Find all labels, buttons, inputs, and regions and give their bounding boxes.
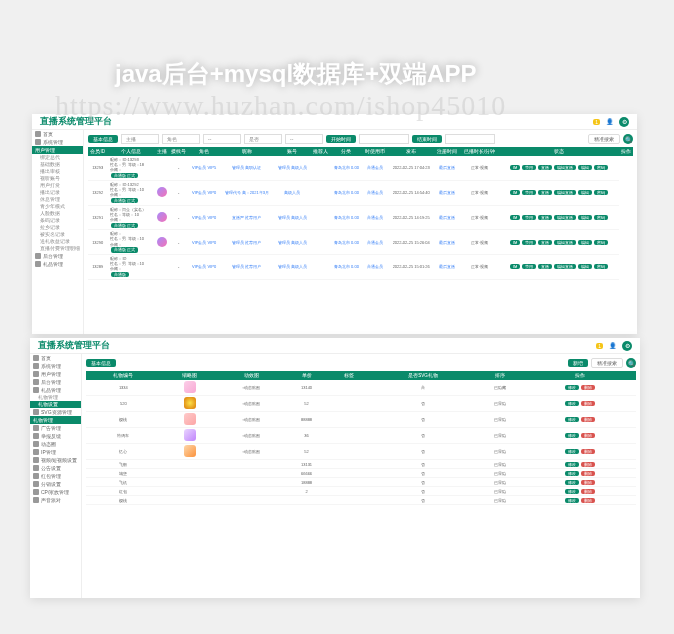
opt2-select[interactable]: -- bbox=[203, 134, 241, 144]
action-btn[interactable]: 修改 bbox=[565, 449, 579, 454]
sidebar-item[interactable]: 红包管理 bbox=[30, 472, 81, 480]
bool-select[interactable]: 是否 bbox=[244, 134, 282, 144]
sidebar-item[interactable]: SVG资源管理 bbox=[30, 408, 81, 416]
cell-nick[interactable]: VIP会员 VIP0 bbox=[189, 230, 220, 255]
cell-rec[interactable]: 管理员 高级人员 bbox=[274, 230, 311, 255]
cell-acc[interactable]: 管理代号 高：2021年3月 bbox=[220, 180, 274, 205]
sidebar-subitem-active[interactable]: 礼物设置 bbox=[30, 401, 81, 408]
cell-coin[interactable]: 青岛北市 0.00 bbox=[331, 255, 363, 280]
action-btn[interactable]: 编辑 bbox=[578, 240, 592, 245]
sidebar-item[interactable]: 礼品管理 bbox=[32, 260, 83, 268]
cell-nick[interactable]: VIP会员 VIP0 bbox=[189, 255, 220, 280]
settings-icon[interactable]: ⚙ bbox=[619, 117, 629, 127]
cell-coin[interactable]: 青岛北市 0.00 bbox=[331, 156, 363, 180]
sidebar-item-active[interactable]: 用户管理 bbox=[32, 146, 83, 154]
search-icon[interactable]: 🔍 bbox=[623, 134, 633, 144]
opt4-select[interactable]: -- bbox=[285, 134, 323, 144]
action-btn[interactable]: 密码 bbox=[594, 165, 608, 170]
cell-dur[interactable]: 最后直播 bbox=[434, 180, 460, 205]
action-btn[interactable]: 修改 bbox=[565, 385, 579, 390]
notification-badge[interactable]: 1 bbox=[593, 119, 600, 125]
cell-dur[interactable]: 最后直播 bbox=[434, 156, 460, 180]
basic-info-tab[interactable]: 基本信息 bbox=[88, 135, 118, 143]
action-btn[interactable]: 删除 bbox=[581, 449, 595, 454]
cell-acc[interactable]: 管理员 推荐用户 bbox=[220, 230, 274, 255]
action-btn[interactable]: 禁用 bbox=[522, 165, 536, 170]
action-btn[interactable]: 禁用 bbox=[522, 240, 536, 245]
user-icon[interactable]: 👤 bbox=[606, 118, 613, 125]
action-btn[interactable]: 删除 bbox=[581, 480, 595, 485]
cell-acc[interactable]: 管理员 高职认证 bbox=[220, 156, 274, 180]
action-btn[interactable]: 编辑直播 bbox=[554, 165, 576, 170]
cell-nick[interactable]: VIP会员 VIP0 bbox=[189, 180, 220, 205]
action-btn[interactable]: 修改 bbox=[565, 417, 579, 422]
action-btn[interactable]: 修改 bbox=[565, 480, 579, 485]
action-btn[interactable]: 修改 bbox=[565, 433, 579, 438]
action-btn[interactable]: 修改 bbox=[565, 498, 579, 503]
action-btn[interactable]: 直播 bbox=[538, 190, 552, 195]
sidebar-item[interactable]: 用户管理 bbox=[30, 370, 81, 378]
cell-acc[interactable]: 直播严 推荐用户 bbox=[220, 205, 274, 230]
settings-icon[interactable]: ⚙ bbox=[622, 341, 632, 351]
cell-coin[interactable]: 青岛北市 0.00 bbox=[331, 180, 363, 205]
sidebar-subitem[interactable]: 送礼收益记录 bbox=[32, 238, 83, 245]
add-btn[interactable]: 新增 bbox=[568, 359, 588, 367]
sidebar-item[interactable]: 首页 bbox=[32, 130, 83, 138]
sidebar-item[interactable]: 广告管理 bbox=[30, 424, 81, 432]
cell-nick[interactable]: VIP会员 VIP0 bbox=[189, 205, 220, 230]
action-btn[interactable]: 删除 bbox=[581, 401, 595, 406]
action-btn[interactable]: 禁用 bbox=[522, 215, 536, 220]
action-btn[interactable]: 修改 bbox=[565, 471, 579, 476]
cell-coin[interactable]: 青岛北市 0.00 bbox=[331, 205, 363, 230]
action-btn[interactable]: 直播 bbox=[538, 215, 552, 220]
clear-btn[interactable]: 精准搜索 bbox=[591, 358, 623, 368]
action-btn[interactable]: 禁用 bbox=[522, 190, 536, 195]
sidebar-item[interactable]: IP管理 bbox=[30, 448, 81, 456]
cell-dur[interactable]: 最后直播 bbox=[434, 205, 460, 230]
action-btn[interactable]: IM bbox=[510, 165, 520, 170]
notification-badge[interactable]: 1 bbox=[596, 343, 603, 349]
start-time-input[interactable] bbox=[359, 134, 409, 144]
sidebar-item[interactable]: CP/家族管理 bbox=[30, 488, 81, 496]
sidebar-item[interactable]: 后台管理 bbox=[32, 252, 83, 260]
user-icon[interactable]: 👤 bbox=[609, 342, 616, 349]
sidebar-subitem[interactable]: 视听账号 bbox=[32, 175, 83, 182]
sidebar-subitem[interactable]: 人脸数据 bbox=[32, 210, 83, 217]
action-btn[interactable]: IM bbox=[510, 240, 520, 245]
basic-info-tab[interactable]: 基本信息 bbox=[86, 359, 116, 367]
action-btn[interactable]: 删除 bbox=[581, 471, 595, 476]
sidebar-item[interactable]: 动态圈 bbox=[30, 440, 81, 448]
action-btn[interactable]: 密码 bbox=[594, 264, 608, 269]
search-icon[interactable]: 🔍 bbox=[626, 358, 636, 368]
action-btn[interactable]: 密码 bbox=[594, 190, 608, 195]
sidebar-subitem[interactable]: 播出审核 bbox=[32, 168, 83, 175]
action-btn[interactable]: 修改 bbox=[565, 401, 579, 406]
cell-dur[interactable]: 最后直播 bbox=[434, 255, 460, 280]
action-btn[interactable]: 编辑 bbox=[578, 215, 592, 220]
cell-rec[interactable]: 管理员 高级人员 bbox=[274, 255, 311, 280]
level-select[interactable]: 主播 bbox=[121, 134, 159, 144]
action-btn[interactable]: 删除 bbox=[581, 433, 595, 438]
action-btn[interactable]: IM bbox=[510, 215, 520, 220]
end-time-input[interactable] bbox=[445, 134, 495, 144]
action-btn[interactable]: 编辑 bbox=[578, 264, 592, 269]
action-btn[interactable]: 删除 bbox=[581, 462, 595, 467]
action-btn[interactable]: 密码 bbox=[594, 240, 608, 245]
action-btn[interactable]: 编辑直播 bbox=[554, 215, 576, 220]
sidebar-item[interactable]: 公告设置 bbox=[30, 464, 81, 472]
sidebar-subitem[interactable]: 礼物管理 bbox=[30, 394, 81, 401]
end-time-btn[interactable]: 结束时间 bbox=[412, 135, 442, 143]
action-btn[interactable]: 删除 bbox=[581, 417, 595, 422]
action-btn[interactable]: 编辑直播 bbox=[554, 264, 576, 269]
cell-coin2[interactable]: 普通会员 bbox=[362, 156, 388, 180]
sidebar-item[interactable]: 系统管理 bbox=[32, 138, 83, 146]
action-btn[interactable]: 删除 bbox=[581, 498, 595, 503]
start-time-btn[interactable]: 开始时间 bbox=[326, 135, 356, 143]
action-btn[interactable]: 编辑直播 bbox=[554, 190, 576, 195]
sidebar-item[interactable]: 首页 bbox=[30, 354, 81, 362]
sidebar-subitem[interactable]: 被实名记录 bbox=[32, 231, 83, 238]
cell-acc[interactable]: 管理员 推荐用户 bbox=[220, 255, 274, 280]
sidebar-item[interactable]: 后台管理 bbox=[30, 378, 81, 386]
sidebar-subitem[interactable]: 条码记录 bbox=[32, 217, 83, 224]
cell-coin[interactable]: 青岛北市 0.00 bbox=[331, 230, 363, 255]
